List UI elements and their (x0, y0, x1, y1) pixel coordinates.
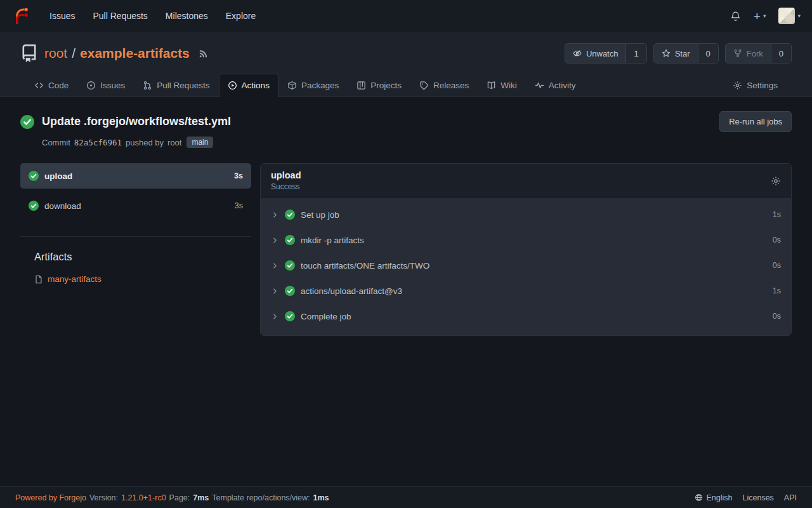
tag-icon (419, 81, 429, 90)
step-name: touch artifacts/ONE artifacts/TWO (301, 261, 429, 271)
job-duration: 3s (234, 171, 243, 180)
rss-icon (199, 49, 208, 58)
star-button[interactable]: Star 0 (653, 43, 719, 64)
success-check-icon (285, 235, 295, 245)
bell-icon (730, 11, 741, 22)
page-time-label: Page: (169, 493, 190, 502)
job-item-download[interactable]: download 3s (20, 193, 251, 218)
template-time-value: 1ms (313, 493, 329, 502)
tab-settings[interactable]: Settings (724, 74, 787, 97)
job-status-text: Success (271, 182, 301, 191)
step-row-complete-job[interactable]: Complete job 0s (261, 304, 791, 329)
step-name: mkdir -p artifacts (301, 236, 364, 245)
footer-right: English Licenses API (695, 493, 797, 502)
repo-owner-link[interactable]: root (44, 46, 67, 61)
jobs-sidebar: upload 3s download 3s Artifacts (20, 163, 251, 284)
tab-releases[interactable]: Releases (410, 74, 478, 97)
star-icon (662, 49, 671, 58)
star-label-segment[interactable]: Star (654, 44, 698, 63)
chevron-right-icon (271, 236, 279, 244)
tab-code[interactable]: Code (25, 74, 77, 97)
top-navbar: Issues Pull Requests Milestones Explore … (0, 0, 812, 32)
commit-line: Commit 82a5cf6961 pushed by root main (42, 137, 792, 148)
step-row-mkdir[interactable]: mkdir -p artifacts 0s (261, 227, 791, 253)
repo-separator: / (72, 46, 75, 61)
job-options-button[interactable] (771, 176, 781, 186)
tab-wiki[interactable]: Wiki (478, 74, 526, 97)
fork-label-segment[interactable]: Fork (726, 44, 771, 63)
gear-icon (733, 81, 742, 90)
unwatch-label-segment[interactable]: Unwatch (565, 44, 626, 63)
branch-badge[interactable]: main (187, 137, 213, 148)
licenses-link[interactable]: Licenses (743, 493, 774, 502)
tab-label: Projects (370, 81, 402, 90)
stars-count[interactable]: 0 (698, 44, 718, 63)
step-row-upload-artifact[interactable]: actions/upload-artifact@v3 1s (261, 278, 791, 304)
tab-packages[interactable]: Packages (278, 74, 348, 97)
language-selector[interactable]: English (695, 493, 733, 502)
rerun-all-jobs-button[interactable]: Re-run all jobs (719, 111, 792, 132)
tab-actions[interactable]: Actions (219, 74, 278, 97)
actions-run-view: Update .forgejo/workflows/test.yml Re-ru… (0, 97, 812, 486)
artifacts-section: Artifacts many-artifacts (20, 236, 251, 284)
step-duration: 1s (773, 286, 781, 295)
commit-sha-link[interactable]: 82a5cf6961 (74, 138, 122, 147)
tab-label: Pull Requests (157, 81, 209, 90)
nav-explore[interactable]: Explore (226, 11, 256, 21)
forgejo-logo-icon (11, 6, 30, 25)
job-detail-header: upload Success (261, 164, 791, 198)
pull-request-icon (143, 81, 152, 90)
repo-name-link[interactable]: example-artifacts (80, 46, 190, 61)
success-check-icon (29, 201, 39, 211)
chevron-right-icon (271, 312, 279, 321)
code-icon (34, 81, 44, 90)
commit-author-link[interactable]: root (167, 138, 181, 147)
api-link[interactable]: API (784, 493, 797, 502)
user-menu[interactable]: ▾ (778, 8, 801, 24)
tab-activity[interactable]: Activity (526, 74, 585, 97)
step-name: Complete job (301, 312, 351, 321)
tab-pull-requests[interactable]: Pull Requests (134, 74, 218, 97)
tab-projects[interactable]: Projects (348, 74, 410, 97)
step-name: Set up job (301, 210, 339, 220)
run-title-wrap: Update .forgejo/workflows/test.yml (20, 115, 231, 129)
job-item-upload[interactable]: upload 3s (20, 163, 251, 189)
step-name: actions/upload-artifact@v3 (301, 286, 402, 296)
fork-button[interactable]: Fork 0 (725, 43, 792, 64)
tab-label: Settings (747, 81, 778, 90)
watchers-count[interactable]: 1 (625, 44, 646, 63)
tab-label: Packages (301, 81, 339, 90)
notifications-button[interactable] (730, 11, 741, 22)
nav-issues[interactable]: Issues (49, 11, 75, 21)
step-row-touch[interactable]: touch artifacts/ONE artifacts/TWO 0s (261, 253, 791, 278)
run-title: Update .forgejo/workflows/test.yml (42, 115, 231, 128)
artifact-download-link[interactable]: many-artifacts (48, 274, 102, 284)
tab-label: Wiki (501, 81, 517, 90)
file-icon (34, 275, 43, 284)
fork-label: Fork (747, 49, 763, 58)
tab-issues[interactable]: Issues (77, 74, 134, 97)
chevron-down-icon: ▾ (797, 13, 801, 19)
step-duration: 0s (773, 261, 781, 270)
step-row-setup-job[interactable]: Set up job 1s (261, 202, 791, 227)
step-duration: 0s (773, 236, 781, 244)
job-detail-panel: upload Success Set up (260, 163, 792, 336)
footer: Powered by Forgejo Version: 1.21.0+1-rc0… (0, 486, 812, 508)
forks-count[interactable]: 0 (771, 44, 791, 63)
success-check-icon (285, 210, 295, 220)
globe-icon (695, 493, 703, 502)
tab-label: Actions (242, 81, 270, 90)
avatar (778, 8, 795, 24)
commit-label: Commit (42, 138, 70, 147)
book-icon (487, 81, 496, 90)
nav-pull-requests[interactable]: Pull Requests (93, 11, 147, 21)
job-detail-name: upload (271, 170, 301, 180)
powered-by-link[interactable]: Powered by Forgejo (15, 493, 86, 502)
rss-feed-button[interactable] (199, 49, 208, 58)
forgejo-logo[interactable] (11, 6, 30, 25)
nav-milestones[interactable]: Milestones (166, 11, 208, 21)
create-new-menu[interactable]: + ▾ (754, 10, 766, 22)
unwatch-button[interactable]: Unwatch 1 (565, 43, 647, 64)
chevron-right-icon (271, 262, 279, 270)
version-link[interactable]: 1.21.0+1-rc0 (121, 493, 166, 502)
